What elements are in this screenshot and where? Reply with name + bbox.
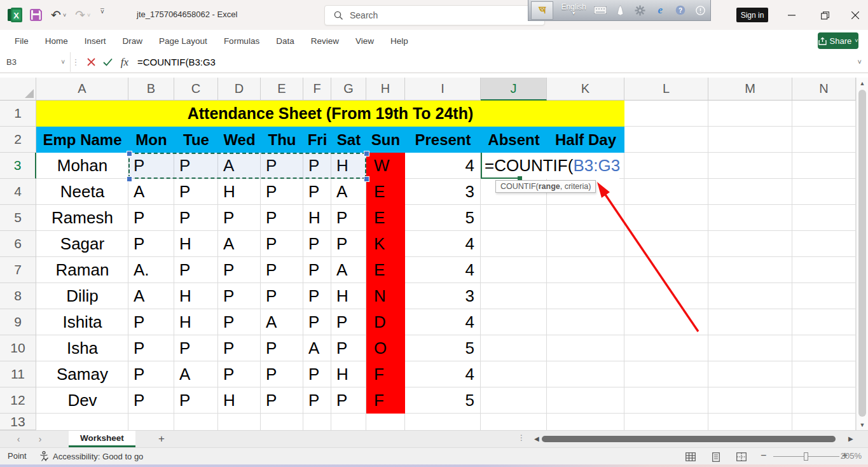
emp-name-samay[interactable]: Samay	[36, 361, 128, 387]
attendance-cell-D10[interactable]: P	[218, 335, 261, 361]
cell-M2[interactable]	[708, 127, 792, 153]
attendance-cell-C9[interactable]: H	[174, 309, 218, 335]
previous-sheet-button[interactable]: ‹	[11, 433, 25, 445]
attendance-cell-F6[interactable]: P	[303, 231, 331, 257]
normal-view-button[interactable]	[682, 450, 699, 463]
emp-name-ramesh[interactable]: Ramesh	[36, 205, 128, 231]
ribbon-tab-page-layout[interactable]: Page Layout	[151, 30, 216, 52]
cell-G13[interactable]	[331, 414, 366, 430]
attendance-cell-E4[interactable]: P	[261, 179, 303, 205]
cell-M9[interactable]	[708, 309, 792, 335]
browser-help-icon[interactable]: e	[652, 3, 668, 17]
attendance-cell-E10[interactable]: P	[261, 335, 303, 361]
cell-M7[interactable]	[708, 257, 792, 283]
cell-L11[interactable]	[624, 361, 708, 387]
next-sheet-button[interactable]: ›	[33, 433, 47, 445]
ribbon-tab-draw[interactable]: Draw	[114, 30, 151, 52]
ribbon-tab-home[interactable]: Home	[37, 30, 76, 52]
cancel-entry-button[interactable]	[83, 52, 99, 72]
attendance-cell-G8[interactable]: H	[331, 283, 366, 309]
cell-N13[interactable]	[792, 414, 856, 430]
attendance-cell-F5[interactable]: H	[303, 205, 331, 231]
customize-qat-button[interactable]: ─ ˅	[100, 7, 104, 23]
row-header-7[interactable]: 7	[0, 257, 36, 283]
name-box-dropdown-icon[interactable]: ˅	[61, 59, 65, 66]
cell-M8[interactable]	[708, 283, 792, 309]
sign-in-button[interactable]: Sign in	[736, 8, 768, 22]
attendance-cell-C10[interactable]: P	[174, 335, 218, 361]
cell-M4[interactable]	[708, 179, 792, 205]
name-box[interactable]: B3 ˅	[0, 52, 71, 72]
new-sheet-button[interactable]: +	[155, 433, 169, 445]
help-icon[interactable]: ?	[672, 3, 689, 17]
attendance-cell-F12[interactable]: P	[303, 387, 331, 414]
cell-N7[interactable]	[792, 257, 856, 283]
selection-handle-1[interactable]	[364, 151, 369, 157]
minimize-button[interactable]	[782, 6, 801, 24]
present-count-9[interactable]: 4	[405, 309, 481, 335]
cell-L13[interactable]	[624, 414, 708, 430]
attendance-cell-G12[interactable]: P	[331, 387, 366, 414]
select-all-button[interactable]	[0, 78, 36, 101]
cell-C13[interactable]	[174, 414, 218, 430]
emp-name-sagar[interactable]: Sagar	[36, 231, 128, 257]
cell-A13[interactable]	[36, 414, 128, 430]
attendance-cell-B8[interactable]: A	[128, 283, 174, 309]
row-header-13[interactable]: 13	[0, 414, 36, 430]
cell-D13[interactable]	[218, 414, 261, 430]
emp-name-neeta[interactable]: Neeta	[36, 179, 128, 205]
attendance-cell-F4[interactable]: P	[303, 179, 331, 205]
ribbon-tab-insert[interactable]: Insert	[76, 30, 114, 52]
row-header-11[interactable]: 11	[0, 361, 36, 387]
ribbon-tab-formulas[interactable]: Formulas	[216, 30, 268, 52]
attendance-cell-E9[interactable]: A	[261, 309, 303, 335]
vertical-scrollbar-thumb[interactable]	[858, 90, 866, 417]
attendance-cell-C4[interactable]: P	[174, 179, 218, 205]
scroll-right-icon[interactable]: ▶	[848, 435, 853, 442]
column-header-H[interactable]: H	[366, 78, 405, 101]
cell-M13[interactable]	[708, 414, 792, 430]
cell-F13[interactable]	[303, 414, 331, 430]
attendance-cell-G10[interactable]: P	[331, 335, 366, 361]
zoom-out-button[interactable]: −	[761, 450, 766, 461]
cell-K13[interactable]	[547, 414, 624, 430]
expand-formula-bar-icon[interactable]: ˅	[858, 58, 862, 66]
cell-M11[interactable]	[708, 361, 792, 387]
attendance-cell-G9[interactable]: P	[331, 309, 366, 335]
present-count-10[interactable]: 5	[405, 335, 481, 361]
cell-J12[interactable]	[481, 387, 547, 414]
ribbon-tab-data[interactable]: Data	[268, 30, 303, 52]
attendance-cell-F9[interactable]: P	[303, 309, 331, 335]
attendance-cell-C11[interactable]: A	[174, 361, 218, 387]
ribbon-tab-review[interactable]: Review	[303, 30, 347, 52]
attendance-cell-D12[interactable]: H	[218, 387, 261, 414]
ribbon-tab-view[interactable]: View	[347, 30, 382, 52]
cell-N11[interactable]	[792, 361, 856, 387]
sheet-tab-worksheet[interactable]: Worksheet	[69, 431, 135, 447]
cell-M12[interactable]	[708, 387, 792, 414]
attendance-cell-D4[interactable]: H	[218, 179, 261, 205]
row-header-2[interactable]: 2	[0, 127, 36, 153]
cell-M3[interactable]	[708, 153, 792, 179]
page-layout-view-button[interactable]	[708, 450, 724, 463]
column-header-J[interactable]: J	[481, 78, 547, 101]
selection-handle-0[interactable]	[127, 151, 132, 157]
cell-L4[interactable]	[624, 179, 708, 205]
attendance-cell-B9[interactable]: P	[128, 309, 174, 335]
cell-L2[interactable]	[624, 127, 708, 153]
attendance-cell-F10[interactable]: A	[303, 335, 331, 361]
attendance-cell-D5[interactable]: P	[218, 205, 261, 231]
scroll-down-icon[interactable]: ▼	[857, 419, 868, 430]
ribbon-tab-file[interactable]: File	[6, 30, 37, 52]
column-header-B[interactable]: B	[128, 78, 174, 101]
cell-J11[interactable]	[481, 361, 547, 387]
formula-bar-input[interactable]: =COUNTIF(B3:G3	[137, 52, 216, 72]
emp-name-mohan[interactable]: Mohan	[36, 153, 128, 179]
cell-N5[interactable]	[792, 205, 856, 231]
cell-M10[interactable]	[708, 335, 792, 361]
row-header-5[interactable]: 5	[0, 205, 36, 231]
restore-button[interactable]	[815, 6, 834, 24]
settings-gear-icon[interactable]	[632, 3, 649, 17]
cell-L12[interactable]	[624, 387, 708, 414]
save-button[interactable]	[29, 7, 43, 23]
